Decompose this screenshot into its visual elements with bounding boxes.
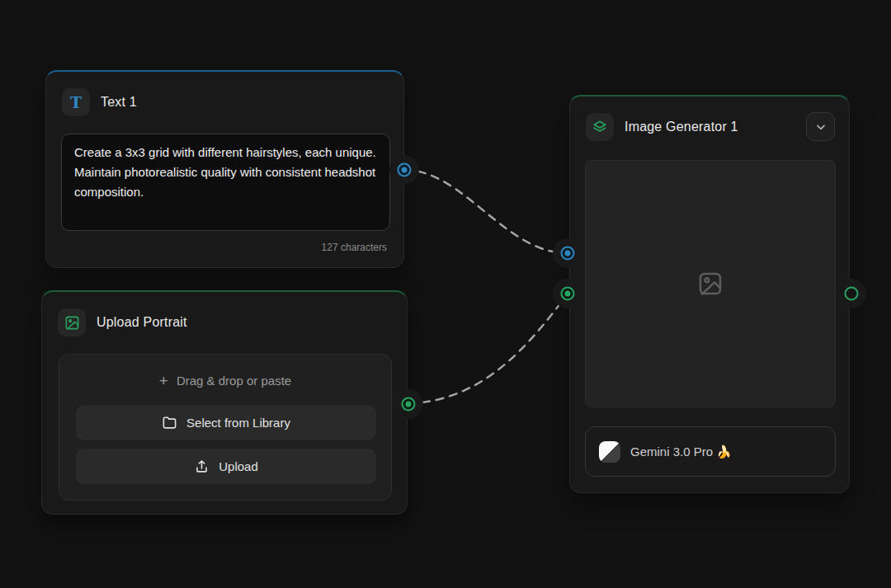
generated-image-panel (585, 160, 836, 407)
dropzone-label: Drag & drop or paste (177, 374, 291, 388)
model-label: Gemini 3.0 Pro 🍌 (630, 445, 732, 459)
collapse-node-button[interactable] (806, 112, 835, 141)
dropzone-label-row: + Drag & drop or paste (59, 373, 391, 388)
upload-button[interactable]: Upload (76, 449, 376, 484)
port-dot (565, 251, 571, 256)
generator-output-port[interactable] (845, 287, 859, 301)
generator-prompt-input-port[interactable] (561, 247, 575, 261)
upload-node-title: Upload Portrait (97, 315, 187, 330)
select-from-library-label: Select from Library (186, 416, 290, 430)
node-editor-canvas: T Text 1 Create a 3x3 grid with differen… (0, 0, 891, 588)
gemini-logo-icon (599, 441, 620, 463)
text-node-title: Text 1 (101, 95, 137, 110)
port-dot (402, 167, 408, 173)
port-dot (565, 291, 571, 297)
text-node[interactable]: T Text 1 Create a 3x3 grid with differen… (45, 70, 404, 268)
generator-image-input-port[interactable] (561, 287, 575, 301)
prompt-textarea[interactable]: Create a 3x3 grid with different hairsty… (61, 134, 390, 231)
port-dot (406, 402, 412, 407)
upload-button-label: Upload (219, 459, 258, 473)
wire-upload-to-generator (408, 294, 568, 404)
text-node-header[interactable]: T Text 1 (46, 72, 403, 116)
image-generator-node[interactable]: Image Generator 1 Gemini 3.0 Pro 🍌 (569, 95, 850, 493)
folder-icon (162, 415, 177, 430)
model-selector[interactable]: Gemini 3.0 Pro 🍌 (585, 426, 836, 477)
image-icon (58, 308, 86, 336)
upload-portrait-node[interactable]: Upload Portrait + Drag & drop or paste S… (41, 290, 408, 515)
text-icon-glyph: T (70, 93, 82, 111)
image-placeholder-icon (696, 270, 724, 298)
text-icon: T (62, 88, 90, 116)
plus-icon: + (159, 373, 168, 388)
select-from-library-button[interactable]: Select from Library (76, 405, 376, 440)
upload-icon (194, 459, 210, 474)
wire-text-to-generator (404, 170, 568, 253)
upload-node-header[interactable]: Upload Portrait (42, 292, 407, 336)
character-count: 127 characters (322, 242, 387, 253)
text-output-port[interactable] (398, 163, 412, 177)
generator-node-title: Image Generator 1 (625, 120, 738, 134)
upload-output-port[interactable] (402, 397, 416, 412)
layers-icon (586, 113, 614, 141)
dropzone[interactable]: + Drag & drop or paste Select from Libra… (59, 354, 392, 501)
chevron-down-icon (814, 120, 827, 134)
